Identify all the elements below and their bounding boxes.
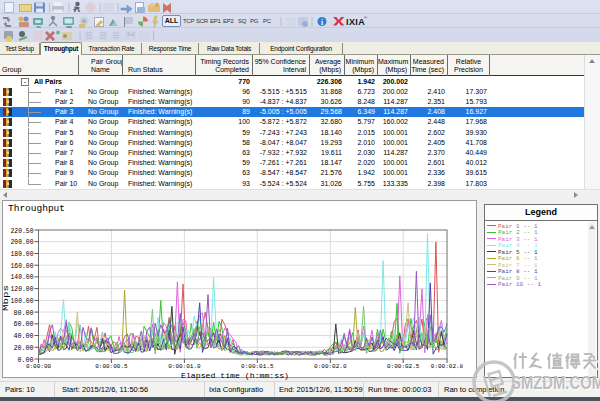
svg-text:20.00: 20.00: [14, 344, 34, 352]
svg-text:220.50: 220.50: [11, 227, 34, 235]
svg-text:60.00: 60.00: [14, 320, 34, 328]
svg-text:IXIA: IXIA: [346, 17, 365, 27]
svg-text:0:00:00.5: 0:00:00.5: [95, 363, 128, 370]
svg-text:0:00:02.0: 0:00:02.0: [314, 363, 347, 370]
svg-text:40.00: 40.00: [14, 332, 34, 340]
svg-text:0:00:01.0: 0:00:01.0: [168, 363, 201, 370]
svg-text:140.00: 140.00: [11, 273, 34, 281]
svg-text:100.00: 100.00: [11, 297, 34, 305]
svg-text:0:00:01.5: 0:00:01.5: [241, 363, 274, 370]
svg-text:180.00: 180.00: [11, 250, 34, 258]
svg-text:i: i: [321, 18, 323, 27]
svg-text:80.00: 80.00: [14, 309, 34, 317]
svg-text:2+2: 2+2: [127, 32, 135, 37]
svg-text:200.00: 200.00: [11, 238, 34, 246]
svg-text:®: ®: [364, 15, 367, 20]
svg-text:160.00: 160.00: [11, 262, 34, 270]
svg-text:0:00:00: 0:00:00: [26, 363, 52, 370]
svg-text:0:00:02.5: 0:00:02.5: [387, 363, 420, 370]
svg-text:120.00: 120.00: [11, 285, 34, 293]
svg-text:Mbps: Mbps: [2, 285, 10, 311]
svg-text:Elapsed time (h:mm:ss): Elapsed time (h:mm:ss): [181, 372, 289, 380]
